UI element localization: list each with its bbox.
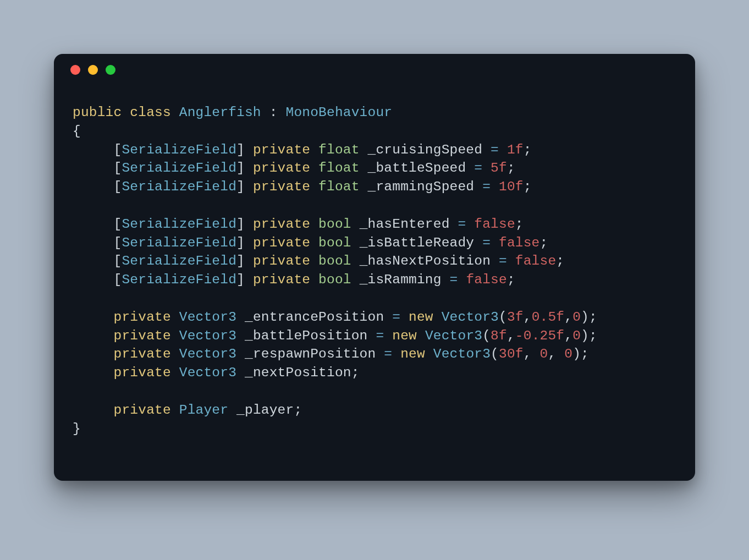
code-block: public class Anglerfish : MonoBehaviour … — [54, 86, 695, 460]
close-icon[interactable] — [70, 65, 80, 75]
code-window: public class Anglerfish : MonoBehaviour … — [54, 54, 695, 481]
window-titlebar — [54, 54, 695, 86]
zoom-icon[interactable] — [106, 65, 115, 75]
minimize-icon[interactable] — [88, 65, 98, 75]
